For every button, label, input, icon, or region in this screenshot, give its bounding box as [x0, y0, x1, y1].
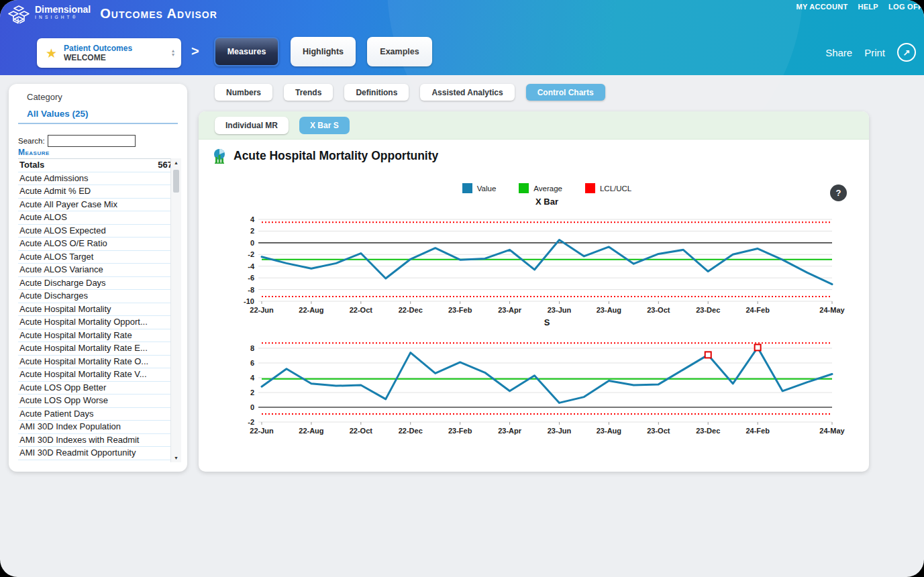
dive-selector[interactable]: ★ Patient Outcomes WELCOME ▴ ▾: [37, 38, 181, 68]
legend-label: LCL/UCL: [600, 185, 631, 193]
list-item[interactable]: Acute ALOS Expected: [18, 225, 175, 238]
scroll-down-icon[interactable]: ▼: [171, 456, 181, 460]
tab-control-charts[interactable]: Control Charts: [526, 84, 605, 101]
svg-text:24-Feb: 24-Feb: [746, 306, 770, 314]
svg-text:23-Dec: 23-Dec: [696, 427, 720, 435]
list-item[interactable]: Acute Hospital Mortality Rate V...: [18, 368, 175, 382]
chart-legend: ValueAverageLCL/UCL: [262, 183, 832, 193]
selector-subtitle: WELCOME: [64, 53, 132, 62]
product-title: Outcomes Advisor: [100, 6, 217, 21]
svg-text:23-Feb: 23-Feb: [448, 306, 472, 314]
list-item[interactable]: Acute Hospital Mortality Rate: [18, 329, 175, 343]
list-item[interactable]: Acute Discharges: [18, 290, 175, 303]
header-link-log-off[interactable]: LOG OFF: [888, 3, 923, 11]
search-row: Search:: [18, 135, 136, 147]
search-input[interactable]: [48, 135, 136, 147]
svg-text:22-Jun: 22-Jun: [250, 427, 274, 435]
svg-text:23-Oct: 23-Oct: [647, 306, 670, 314]
list-item[interactable]: Acute ALOS Target: [18, 251, 175, 264]
help-button[interactable]: ?: [830, 185, 847, 201]
svg-text:23-Oct: 23-Oct: [647, 427, 670, 435]
svg-text:24-May: 24-May: [819, 427, 845, 435]
selector-spinner-icon[interactable]: ▴ ▾: [172, 49, 174, 57]
category-divider: [18, 123, 178, 124]
list-item[interactable]: Acute Hospital Mortality Opport...: [18, 316, 175, 329]
cubes-logo-icon: [7, 5, 31, 27]
tab-trends[interactable]: Trends: [284, 84, 333, 101]
legend-label: Average: [533, 185, 562, 193]
app-window: MY ACCOUNTHELPLOG OFF Dimensional INSIGH…: [0, 0, 924, 577]
nav-button-examples[interactable]: Examples: [367, 37, 432, 66]
measure-scrollbar[interactable]: ▲ ▼: [170, 158, 181, 462]
share-button[interactable]: Share: [825, 47, 852, 58]
search-label: Search:: [18, 137, 45, 145]
legend-swatch-lcl-ucl: [585, 183, 595, 193]
svg-text:22-Oct: 22-Oct: [350, 306, 373, 314]
favorite-star-icon: ★: [46, 47, 57, 60]
header-link-my-account[interactable]: MY ACCOUNT: [797, 3, 848, 11]
list-item[interactable]: Acute LOS Opp Worse: [18, 395, 175, 408]
s-control-chart: 86420-222-Jun22-Aug22-Oct22-Dec23-Feb23-…: [232, 335, 839, 439]
app-header: MY ACCOUNTHELPLOG OFF Dimensional INSIGH…: [0, 0, 924, 75]
list-item[interactable]: AMI 30D Index Population: [18, 421, 175, 434]
list-item[interactable]: Acute Admissions: [18, 172, 175, 186]
tab-numbers[interactable]: Numbers: [215, 84, 272, 101]
xbar-control-chart: 420-2-4-6-8-1022-Jun22-Aug22-Oct22-Dec23…: [232, 213, 839, 317]
svg-text:23-Dec: 23-Dec: [696, 306, 720, 314]
svg-text:23-Apr: 23-Apr: [498, 306, 522, 314]
tab-definitions[interactable]: Definitions: [344, 84, 409, 101]
svg-text:-2: -2: [248, 418, 254, 426]
list-item[interactable]: Acute ALOS Variance: [18, 264, 175, 277]
s-chart-title: S: [262, 317, 832, 327]
print-button[interactable]: Print: [864, 47, 885, 58]
list-item[interactable]: Acute ALOS: [18, 211, 175, 225]
list-item[interactable]: Acute Admit % ED: [18, 185, 175, 199]
control-chart-subtabs: Individual MRX Bar S: [215, 117, 350, 134]
list-item[interactable]: Acute Discharge Days: [18, 277, 175, 291]
list-item[interactable]: Acute Hospital Mortality: [18, 303, 175, 317]
nav-button-highlights[interactable]: Highlights: [291, 37, 356, 66]
scroll-up-icon[interactable]: ▲: [171, 160, 181, 165]
legend-item-value: Value: [462, 183, 497, 193]
list-item[interactable]: AMI 30D Readmit Opportunity: [18, 447, 175, 460]
list-item[interactable]: Acute LOS Opp Better: [18, 382, 175, 395]
header-actions: Share Print ↗: [825, 43, 916, 62]
header-nav-buttons: MeasuresHighlightsExamples: [214, 37, 432, 66]
list-item[interactable]: Acute Hospital Mortality Rate O...: [18, 356, 175, 369]
page-title: Acute Hospital Mortality Opportunity: [234, 149, 438, 163]
open-link-icon[interactable]: ↗: [897, 43, 916, 62]
selector-title: Patient Outcomes: [64, 44, 132, 53]
tab-assisted-analytics[interactable]: Assisted Analytics: [420, 84, 514, 101]
svg-text:0: 0: [250, 403, 254, 411]
header-links: MY ACCOUNTHELPLOG OFF: [797, 3, 923, 11]
brand-name: Dimensional: [35, 5, 91, 15]
chart-type-icon: [212, 148, 228, 167]
totals-row[interactable]: Totals 567: [18, 158, 175, 172]
list-item[interactable]: AMI 30D Readmit Rate: [18, 460, 175, 463]
svg-text:23-Apr: 23-Apr: [498, 427, 522, 435]
list-item[interactable]: Acute Hospital Mortality Rate E...: [18, 342, 175, 356]
list-item[interactable]: Acute Patient Days: [18, 408, 175, 421]
scrollbar-thumb[interactable]: [173, 170, 179, 193]
svg-text:-6: -6: [248, 274, 254, 282]
list-item[interactable]: AMI 30D Indexes with Readmit: [18, 434, 175, 448]
subtab-individual-mr[interactable]: Individual MR: [215, 117, 289, 134]
measure-list: Totals 567 Acute AdmissionsAcute Admit %…: [18, 158, 175, 462]
legend-swatch-average: [519, 183, 529, 193]
svg-text:23-Jun: 23-Jun: [548, 306, 572, 314]
category-value-link[interactable]: All Values (25): [27, 109, 89, 119]
totals-label: Totals: [19, 159, 44, 172]
list-item[interactable]: Acute ALOS O/E Ratio: [18, 238, 175, 251]
list-item[interactable]: Acute All Payer Case Mix: [18, 199, 175, 212]
svg-text:0: 0: [250, 239, 254, 247]
svg-text:22-Aug: 22-Aug: [299, 306, 323, 314]
header-link-help[interactable]: HELP: [858, 3, 878, 11]
category-label: Category: [27, 92, 62, 102]
breadcrumb-chevron-icon: >: [191, 44, 199, 59]
svg-text:22-Dec: 22-Dec: [399, 306, 423, 314]
svg-text:22-Oct: 22-Oct: [350, 427, 373, 435]
measure-column-header: Measure: [18, 148, 50, 157]
svg-text:23-Jun: 23-Jun: [548, 427, 572, 435]
nav-button-measures[interactable]: Measures: [214, 37, 279, 66]
subtab-x-bar-s[interactable]: X Bar S: [299, 117, 350, 134]
